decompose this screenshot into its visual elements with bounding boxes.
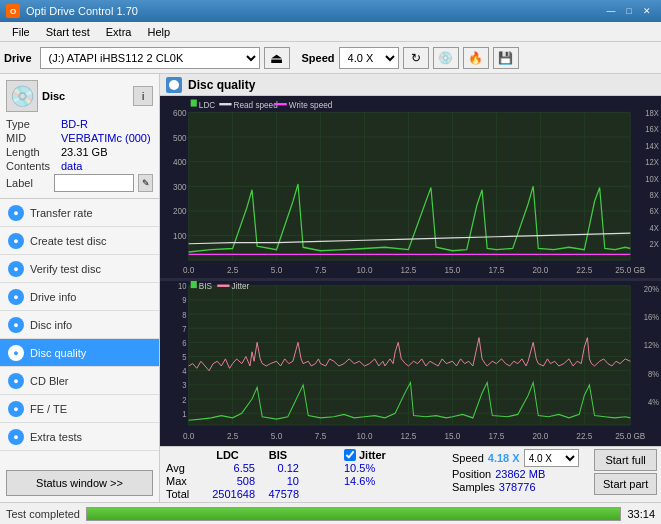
svg-text:8X: 8X [650,191,660,201]
disc-header-title: Disc [42,90,65,102]
disc-info-btn[interactable]: i [133,86,153,106]
position-label: Position [452,468,491,480]
nav-icon: ● [8,401,24,417]
svg-text:2: 2 [182,395,187,405]
avg-label: Avg [166,462,198,474]
jitter-checkbox[interactable] [344,449,356,461]
svg-text:5: 5 [182,352,187,362]
total-label: Total [166,488,198,500]
svg-text:10: 10 [178,282,187,292]
svg-text:4X: 4X [650,223,660,233]
bottom-chart-inner: 10 9 8 7 6 5 4 3 2 1 20% 16% 1 [160,281,661,446]
label-input[interactable] [54,174,134,192]
bottom-chart: 10 9 8 7 6 5 4 3 2 1 20% 16% 1 [160,281,661,446]
svg-text:400: 400 [173,157,187,168]
nav-item-create-test-disc[interactable]: ●Create test disc [0,227,159,255]
start-full-button[interactable]: Start full [594,449,657,471]
nav-icon: ● [8,373,24,389]
nav-icon: ● [8,429,24,445]
svg-rect-47 [191,100,197,107]
nav-item-transfer-rate[interactable]: ●Transfer rate [0,199,159,227]
speed-select[interactable]: 4.0 X [339,47,399,69]
ldc-bis-stats: LDC BIS Avg 6.55 0.12 Max 508 10 Total 2… [166,449,336,500]
nav-item-cd-bler[interactable]: ●CD Bler [0,367,159,395]
speed-stat-label: Speed [452,452,484,464]
svg-text:0.0: 0.0 [183,430,194,441]
nav-item-verify-test-disc[interactable]: ●Verify test disc [0,255,159,283]
disc-quality-icon [166,77,182,93]
svg-text:20.0: 20.0 [532,430,548,441]
close-button[interactable]: ✕ [639,4,655,18]
status-window-button[interactable]: Status window >> [6,470,153,496]
svg-text:22.5: 22.5 [576,265,592,276]
top-chart: 600 500 400 300 200 100 18X 16X 14X 12X … [160,96,661,278]
svg-text:17.5: 17.5 [488,265,504,276]
menu-file[interactable]: File [4,24,38,40]
menu-start-test[interactable]: Start test [38,24,98,40]
nav-item-drive-info[interactable]: ●Drive info [0,283,159,311]
samples-label: Samples [452,481,495,493]
nav-icon: ● [8,233,24,249]
minimize-button[interactable]: — [603,4,619,18]
save-button[interactable]: 💾 [493,47,519,69]
max-ldc: 508 [200,475,255,487]
nav-icon: ● [8,317,24,333]
svg-text:25.0 GB: 25.0 GB [615,430,645,441]
app-title: Opti Drive Control 1.70 [26,5,138,17]
burn-icon-btn[interactable]: 🔥 [463,47,489,69]
avg-bis: 0.12 [257,462,299,474]
progress-bar-container [86,507,621,521]
nav-icon: ● [8,345,24,361]
mid-label: MID [6,132,61,144]
svg-text:20%: 20% [644,284,660,294]
svg-text:15.0: 15.0 [444,265,460,276]
svg-text:6X: 6X [650,207,660,217]
max-label: Max [166,475,198,487]
svg-text:LDC: LDC [199,99,216,110]
svg-text:12.5: 12.5 [400,430,416,441]
svg-text:4%: 4% [648,397,660,407]
svg-text:4: 4 [182,367,187,377]
nav-item-label: Disc info [30,319,72,331]
jitter-stats: Jitter 10.5% 14.6% [344,449,444,487]
nav-item-disc-quality[interactable]: ●Disc quality [0,339,159,367]
sidebar: 💿 Disc i Type BD-R MID VERBATIMc (000) L… [0,74,160,502]
disc-quality-title: Disc quality [188,78,255,92]
contents-value: data [61,160,82,172]
speed-select-stats[interactable]: 4.0 X [524,449,579,467]
disc-icon-btn[interactable]: 💿 [433,47,459,69]
menu-extra[interactable]: Extra [98,24,140,40]
speed-current: 4.18 X [488,452,520,464]
svg-text:14X: 14X [645,141,659,151]
start-part-button[interactable]: Start part [594,473,657,495]
svg-text:17.5: 17.5 [488,430,504,441]
status-time: 33:14 [627,508,655,520]
nav-item-extra-tests[interactable]: ●Extra tests [0,423,159,451]
nav-item-disc-info[interactable]: ●Disc info [0,311,159,339]
jitter-header: Jitter [359,449,386,461]
svg-rect-105 [217,284,229,286]
svg-text:2.5: 2.5 [227,430,238,441]
nav-item-label: CD Bler [30,375,69,387]
svg-text:12.5: 12.5 [400,265,416,276]
svg-text:2X: 2X [650,240,660,250]
label-edit-btn[interactable]: ✎ [138,174,153,192]
svg-text:8: 8 [182,310,187,320]
maximize-button[interactable]: □ [621,4,637,18]
svg-text:2.5: 2.5 [227,265,238,276]
svg-text:16%: 16% [644,312,660,322]
nav-item-label: FE / TE [30,403,67,415]
status-text: Test completed [6,508,80,520]
total-bis: 47578 [257,488,299,500]
drive-label: Drive [4,52,32,64]
svg-text:BIS: BIS [199,281,212,291]
nav-item-label: Disc quality [30,347,86,359]
menu-help[interactable]: Help [139,24,178,40]
disc-section: 💿 Disc i Type BD-R MID VERBATIMc (000) L… [0,74,159,199]
max-bis: 10 [257,475,299,487]
nav-item-fe---te[interactable]: ●FE / TE [0,395,159,423]
drive-select[interactable]: (J:) ATAPI iHBS112 2 CL0K [40,47,260,69]
eject-button[interactable]: ⏏ [264,47,290,69]
top-chart-inner: 600 500 400 300 200 100 18X 16X 14X 12X … [160,96,661,278]
refresh-button[interactable]: ↻ [403,47,429,69]
